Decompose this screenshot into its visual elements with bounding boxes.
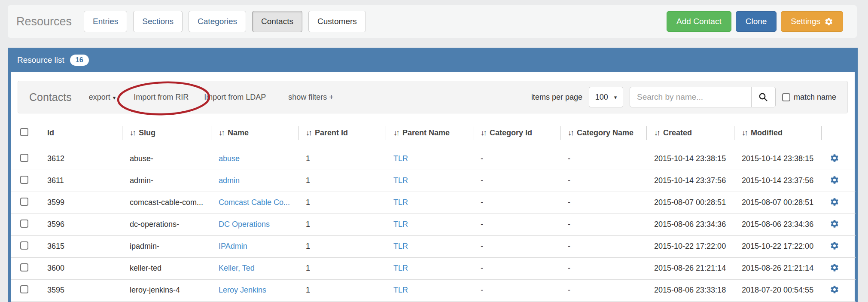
row-actions-cell <box>821 235 856 257</box>
column-label: Parent Id <box>315 128 348 137</box>
parent_name-link[interactable]: TLR <box>393 198 408 207</box>
cell-parent_id: 1 <box>298 148 386 170</box>
sort-arrows-icon: ↓↑ <box>742 128 747 137</box>
gear-icon <box>830 197 839 207</box>
table-row: 3595leroy-jenkins-4Leroy Jenkins1TLR--20… <box>11 279 856 301</box>
column-header-modified[interactable]: ↓↑Modified <box>734 119 821 148</box>
table-row: 3615ipadmin-IPAdmin1TLR--2015-10-22 17:2… <box>11 235 856 257</box>
match-name-checkbox[interactable] <box>782 93 790 101</box>
row-checkbox[interactable] <box>20 198 28 206</box>
table-row: 3600keller-tedKeller, Ted1TLR--2015-08-2… <box>11 257 856 279</box>
name-link[interactable]: admin <box>219 176 240 185</box>
cell-name: DC Operations <box>211 214 298 235</box>
cell-id: 3596 <box>40 214 122 235</box>
tab-sections[interactable]: Sections <box>133 11 183 32</box>
search-input[interactable] <box>630 87 751 107</box>
row-checkbox[interactable] <box>20 263 28 271</box>
parent_name-link[interactable]: TLR <box>393 286 408 294</box>
settings-button[interactable]: Settings <box>781 11 843 32</box>
row-settings-button[interactable] <box>829 240 840 253</box>
export-label: export <box>89 93 110 101</box>
row-checkbox[interactable] <box>20 241 28 250</box>
cell-slug: ipadmin- <box>122 235 211 257</box>
contacts-table: Id↓↑Slug↓↑Name↓↑Parent Id↓↑Parent Name↓↑… <box>11 119 856 302</box>
tab-customers[interactable]: Customers <box>308 11 366 32</box>
gear-icon <box>830 285 839 294</box>
table-header-row: Id↓↑Slug↓↑Name↓↑Parent Id↓↑Parent Name↓↑… <box>11 119 856 148</box>
gear-icon <box>830 263 839 272</box>
column-header-parent_name[interactable]: ↓↑Parent Name <box>386 119 473 148</box>
row-checkbox[interactable] <box>20 176 28 184</box>
cell-category_id: - <box>473 170 560 192</box>
cell-parent_name: TLR <box>386 214 473 235</box>
column-header-name[interactable]: ↓↑Name <box>211 119 298 148</box>
parent_name-link[interactable]: TLR <box>393 220 408 229</box>
column-header-category_name[interactable]: ↓↑Category Name <box>560 119 646 148</box>
name-link[interactable]: Comcast Cable Co... <box>219 198 290 207</box>
cell-parent_name: TLR <box>386 170 473 192</box>
row-actions-cell <box>821 279 856 301</box>
cell-parent_name: TLR <box>386 148 473 170</box>
name-link[interactable]: IPAdmin <box>219 242 247 250</box>
cell-category_id: - <box>473 279 560 301</box>
row-checkbox[interactable] <box>20 154 28 162</box>
cell-parent_id: 1 <box>298 257 386 279</box>
row-settings-button[interactable] <box>829 153 840 165</box>
row-select-cell <box>11 148 40 170</box>
cell-category_name: - <box>560 192 646 214</box>
contacts-toolbar: Contacts export▾ Import from RIR Import … <box>18 81 848 113</box>
import-from-rir-link[interactable]: Import from RIR <box>134 93 189 102</box>
sort-arrows-icon: ↓↑ <box>130 128 135 137</box>
match-name-option: match name <box>782 93 836 102</box>
parent_name-link[interactable]: TLR <box>393 242 408 250</box>
column-header-slug[interactable]: ↓↑Slug <box>122 119 211 148</box>
import-from-ldap-link[interactable]: Import from LDAP <box>204 93 266 102</box>
cell-parent_name: TLR <box>386 235 473 257</box>
row-checkbox[interactable] <box>20 220 28 228</box>
export-dropdown[interactable]: export▾ <box>89 93 116 102</box>
column-header-id: Id <box>40 119 122 148</box>
gear-icon <box>830 153 839 163</box>
show-filters-link[interactable]: show filters + <box>288 93 334 102</box>
chevron-down-icon: ▾ <box>113 95 116 101</box>
row-settings-button[interactable] <box>829 174 840 187</box>
row-settings-button[interactable] <box>829 218 840 231</box>
items-per-page-select[interactable]: 100 ▾ <box>589 87 623 107</box>
cell-name: abuse <box>211 148 298 170</box>
name-link[interactable]: DC Operations <box>219 220 270 229</box>
parent_name-link[interactable]: TLR <box>393 176 408 185</box>
column-header-category_id[interactable]: ↓↑Category Id <box>473 119 560 148</box>
row-settings-button[interactable] <box>829 196 840 209</box>
row-select-cell <box>11 235 40 257</box>
items-per-page-label: items per page <box>531 93 582 102</box>
cell-parent_id: 1 <box>298 279 386 301</box>
tab-entries[interactable]: Entries <box>84 11 127 32</box>
parent_name-link[interactable]: TLR <box>393 154 408 163</box>
cell-modified: 2015-08-07 00:28:51 <box>734 192 821 214</box>
name-link[interactable]: abuse <box>219 154 240 163</box>
count-badge: 16 <box>70 55 89 66</box>
search-icon <box>758 92 768 102</box>
cell-id: 3611 <box>40 170 122 192</box>
add-contact-button[interactable]: Add Contact <box>667 11 731 32</box>
chevron-down-icon: ▾ <box>614 94 617 101</box>
tab-contacts[interactable]: Contacts <box>252 11 302 32</box>
cell-created: 2015-08-06 23:33:18 <box>646 279 734 301</box>
clone-button[interactable]: Clone <box>736 11 777 32</box>
row-settings-button[interactable] <box>829 262 840 275</box>
parent_name-link[interactable]: TLR <box>393 264 408 272</box>
column-header-created[interactable]: ↓↑Created <box>646 119 734 148</box>
cell-category_name: - <box>560 170 646 192</box>
search-button[interactable] <box>751 87 775 107</box>
name-link[interactable]: Leroy Jenkins <box>219 286 266 294</box>
panel-title: Resource list <box>17 55 64 65</box>
tab-categories[interactable]: Categories <box>189 11 246 32</box>
name-link[interactable]: Keller, Ted <box>219 264 255 272</box>
cell-category_id: - <box>473 148 560 170</box>
column-header-parent_id[interactable]: ↓↑Parent Id <box>298 119 386 148</box>
cell-name: Keller, Ted <box>211 257 298 279</box>
row-checkbox[interactable] <box>20 285 28 293</box>
row-settings-button[interactable] <box>829 284 840 296</box>
select-all-checkbox[interactable] <box>20 128 28 136</box>
table-row: 3596dc-operations-DC Operations1TLR--201… <box>11 214 856 235</box>
